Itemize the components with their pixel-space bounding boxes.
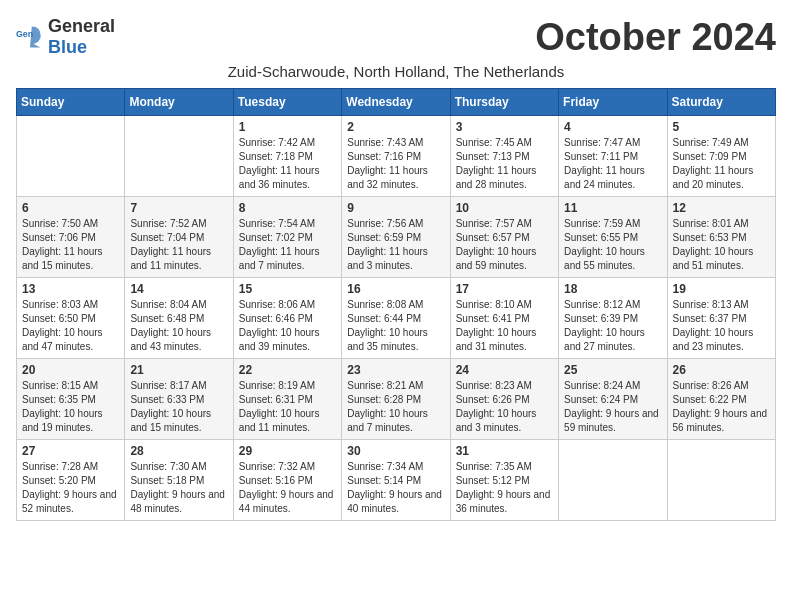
calendar-cell: 11Sunrise: 7:59 AM Sunset: 6:55 PM Dayli… <box>559 197 667 278</box>
day-info: Sunrise: 7:43 AM Sunset: 7:16 PM Dayligh… <box>347 136 444 192</box>
day-info: Sunrise: 8:17 AM Sunset: 6:33 PM Dayligh… <box>130 379 227 435</box>
day-number: 21 <box>130 363 227 377</box>
calendar-cell: 21Sunrise: 8:17 AM Sunset: 6:33 PM Dayli… <box>125 359 233 440</box>
calendar-cell: 23Sunrise: 8:21 AM Sunset: 6:28 PM Dayli… <box>342 359 450 440</box>
calendar-cell: 3Sunrise: 7:45 AM Sunset: 7:13 PM Daylig… <box>450 116 558 197</box>
svg-text:Gen: Gen <box>16 29 33 39</box>
day-info: Sunrise: 7:35 AM Sunset: 5:12 PM Dayligh… <box>456 460 553 516</box>
day-info: Sunrise: 8:04 AM Sunset: 6:48 PM Dayligh… <box>130 298 227 354</box>
calendar-cell: 29Sunrise: 7:32 AM Sunset: 5:16 PM Dayli… <box>233 440 341 521</box>
day-info: Sunrise: 7:42 AM Sunset: 7:18 PM Dayligh… <box>239 136 336 192</box>
col-wednesday: Wednesday <box>342 89 450 116</box>
calendar-table: Sunday Monday Tuesday Wednesday Thursday… <box>16 88 776 521</box>
calendar-cell: 4Sunrise: 7:47 AM Sunset: 7:11 PM Daylig… <box>559 116 667 197</box>
day-number: 31 <box>456 444 553 458</box>
col-monday: Monday <box>125 89 233 116</box>
day-number: 5 <box>673 120 770 134</box>
day-info: Sunrise: 7:52 AM Sunset: 7:04 PM Dayligh… <box>130 217 227 273</box>
day-number: 25 <box>564 363 661 377</box>
calendar-cell: 5Sunrise: 7:49 AM Sunset: 7:09 PM Daylig… <box>667 116 775 197</box>
day-number: 29 <box>239 444 336 458</box>
calendar-cell: 27Sunrise: 7:28 AM Sunset: 5:20 PM Dayli… <box>17 440 125 521</box>
calendar-cell: 6Sunrise: 7:50 AM Sunset: 7:06 PM Daylig… <box>17 197 125 278</box>
day-info: Sunrise: 7:45 AM Sunset: 7:13 PM Dayligh… <box>456 136 553 192</box>
calendar-cell: 13Sunrise: 8:03 AM Sunset: 6:50 PM Dayli… <box>17 278 125 359</box>
calendar-cell: 19Sunrise: 8:13 AM Sunset: 6:37 PM Dayli… <box>667 278 775 359</box>
day-info: Sunrise: 7:47 AM Sunset: 7:11 PM Dayligh… <box>564 136 661 192</box>
day-number: 23 <box>347 363 444 377</box>
calendar-cell: 12Sunrise: 8:01 AM Sunset: 6:53 PM Dayli… <box>667 197 775 278</box>
calendar-cell: 31Sunrise: 7:35 AM Sunset: 5:12 PM Dayli… <box>450 440 558 521</box>
month-title: October 2024 <box>535 16 776 59</box>
calendar-week-1: 1Sunrise: 7:42 AM Sunset: 7:18 PM Daylig… <box>17 116 776 197</box>
calendar-cell: 28Sunrise: 7:30 AM Sunset: 5:18 PM Dayli… <box>125 440 233 521</box>
col-friday: Friday <box>559 89 667 116</box>
day-number: 19 <box>673 282 770 296</box>
day-info: Sunrise: 7:28 AM Sunset: 5:20 PM Dayligh… <box>22 460 119 516</box>
day-info: Sunrise: 7:49 AM Sunset: 7:09 PM Dayligh… <box>673 136 770 192</box>
logo-blue: Blue <box>48 37 87 57</box>
day-info: Sunrise: 8:21 AM Sunset: 6:28 PM Dayligh… <box>347 379 444 435</box>
calendar-cell: 14Sunrise: 8:04 AM Sunset: 6:48 PM Dayli… <box>125 278 233 359</box>
day-number: 1 <box>239 120 336 134</box>
calendar-cell: 10Sunrise: 7:57 AM Sunset: 6:57 PM Dayli… <box>450 197 558 278</box>
calendar-cell: 25Sunrise: 8:24 AM Sunset: 6:24 PM Dayli… <box>559 359 667 440</box>
calendar-cell: 9Sunrise: 7:56 AM Sunset: 6:59 PM Daylig… <box>342 197 450 278</box>
calendar-cell: 2Sunrise: 7:43 AM Sunset: 7:16 PM Daylig… <box>342 116 450 197</box>
calendar-cell: 16Sunrise: 8:08 AM Sunset: 6:44 PM Dayli… <box>342 278 450 359</box>
day-number: 28 <box>130 444 227 458</box>
day-info: Sunrise: 8:10 AM Sunset: 6:41 PM Dayligh… <box>456 298 553 354</box>
day-info: Sunrise: 7:50 AM Sunset: 7:06 PM Dayligh… <box>22 217 119 273</box>
day-number: 14 <box>130 282 227 296</box>
day-info: Sunrise: 7:54 AM Sunset: 7:02 PM Dayligh… <box>239 217 336 273</box>
calendar-cell: 30Sunrise: 7:34 AM Sunset: 5:14 PM Dayli… <box>342 440 450 521</box>
header-row: Sunday Monday Tuesday Wednesday Thursday… <box>17 89 776 116</box>
calendar-header: Sunday Monday Tuesday Wednesday Thursday… <box>17 89 776 116</box>
calendar-cell: 15Sunrise: 8:06 AM Sunset: 6:46 PM Dayli… <box>233 278 341 359</box>
day-number: 20 <box>22 363 119 377</box>
calendar-cell: 24Sunrise: 8:23 AM Sunset: 6:26 PM Dayli… <box>450 359 558 440</box>
calendar-body: 1Sunrise: 7:42 AM Sunset: 7:18 PM Daylig… <box>17 116 776 521</box>
day-info: Sunrise: 7:57 AM Sunset: 6:57 PM Dayligh… <box>456 217 553 273</box>
day-info: Sunrise: 8:01 AM Sunset: 6:53 PM Dayligh… <box>673 217 770 273</box>
calendar-cell <box>667 440 775 521</box>
day-number: 26 <box>673 363 770 377</box>
day-info: Sunrise: 8:24 AM Sunset: 6:24 PM Dayligh… <box>564 379 661 435</box>
logo-text: General Blue <box>48 16 115 58</box>
col-tuesday: Tuesday <box>233 89 341 116</box>
calendar-cell <box>559 440 667 521</box>
day-info: Sunrise: 8:03 AM Sunset: 6:50 PM Dayligh… <box>22 298 119 354</box>
calendar-week-3: 13Sunrise: 8:03 AM Sunset: 6:50 PM Dayli… <box>17 278 776 359</box>
calendar-week-2: 6Sunrise: 7:50 AM Sunset: 7:06 PM Daylig… <box>17 197 776 278</box>
calendar-cell: 7Sunrise: 7:52 AM Sunset: 7:04 PM Daylig… <box>125 197 233 278</box>
calendar-cell: 26Sunrise: 8:26 AM Sunset: 6:22 PM Dayli… <box>667 359 775 440</box>
day-number: 8 <box>239 201 336 215</box>
day-info: Sunrise: 8:08 AM Sunset: 6:44 PM Dayligh… <box>347 298 444 354</box>
calendar-cell <box>125 116 233 197</box>
day-info: Sunrise: 8:23 AM Sunset: 6:26 PM Dayligh… <box>456 379 553 435</box>
calendar-subtitle: Zuid-Scharwoude, North Holland, The Neth… <box>16 63 776 80</box>
calendar-week-5: 27Sunrise: 7:28 AM Sunset: 5:20 PM Dayli… <box>17 440 776 521</box>
col-thursday: Thursday <box>450 89 558 116</box>
logo: Gen General Blue <box>16 16 115 58</box>
day-info: Sunrise: 8:19 AM Sunset: 6:31 PM Dayligh… <box>239 379 336 435</box>
day-number: 11 <box>564 201 661 215</box>
col-sunday: Sunday <box>17 89 125 116</box>
day-number: 18 <box>564 282 661 296</box>
day-info: Sunrise: 7:34 AM Sunset: 5:14 PM Dayligh… <box>347 460 444 516</box>
day-number: 2 <box>347 120 444 134</box>
day-number: 3 <box>456 120 553 134</box>
day-number: 4 <box>564 120 661 134</box>
calendar-cell <box>17 116 125 197</box>
day-number: 24 <box>456 363 553 377</box>
day-number: 15 <box>239 282 336 296</box>
day-number: 9 <box>347 201 444 215</box>
day-info: Sunrise: 8:12 AM Sunset: 6:39 PM Dayligh… <box>564 298 661 354</box>
day-info: Sunrise: 8:06 AM Sunset: 6:46 PM Dayligh… <box>239 298 336 354</box>
day-number: 27 <box>22 444 119 458</box>
day-number: 16 <box>347 282 444 296</box>
calendar-cell: 18Sunrise: 8:12 AM Sunset: 6:39 PM Dayli… <box>559 278 667 359</box>
day-number: 7 <box>130 201 227 215</box>
calendar-cell: 22Sunrise: 8:19 AM Sunset: 6:31 PM Dayli… <box>233 359 341 440</box>
day-number: 6 <box>22 201 119 215</box>
